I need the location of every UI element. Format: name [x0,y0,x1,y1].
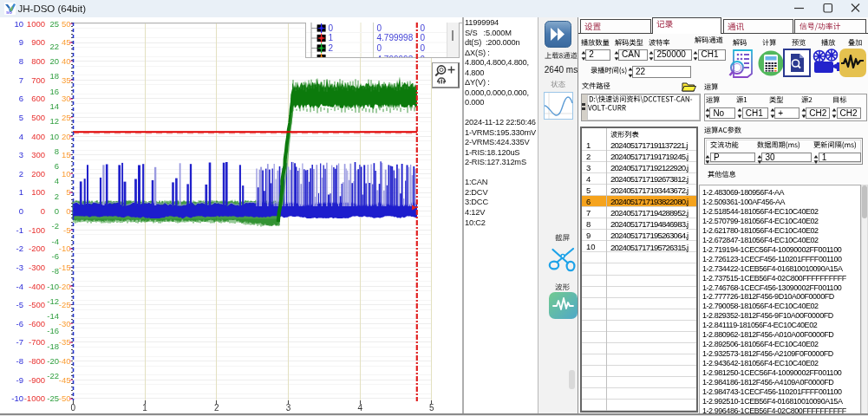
svg-text:so: so [6,10,12,15]
